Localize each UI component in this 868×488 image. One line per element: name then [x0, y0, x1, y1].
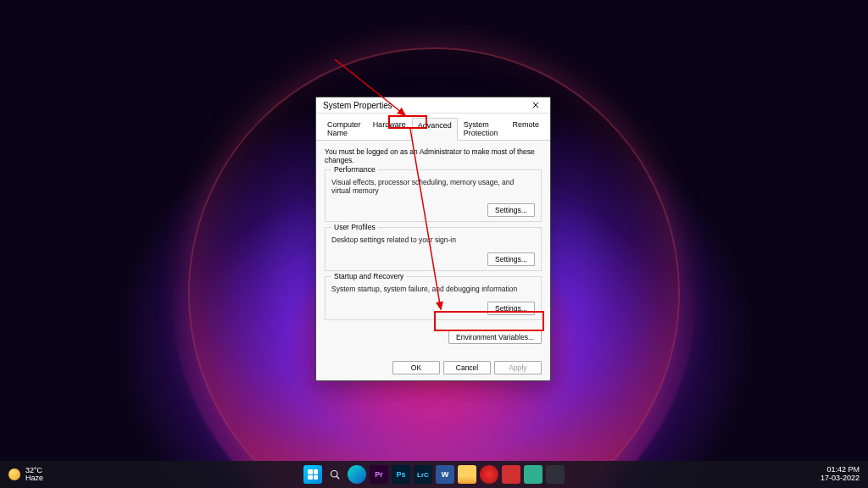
- svg-point-2: [331, 471, 338, 478]
- taskbar-app-explorer[interactable]: [458, 465, 476, 484]
- apply-button[interactable]: Apply: [494, 361, 542, 374]
- taskbar-weather[interactable]: 32°C Haze: [0, 467, 43, 483]
- ok-button[interactable]: OK: [392, 361, 440, 374]
- taskbar-app-word[interactable]: W: [436, 465, 454, 484]
- weather-cond: Haze: [25, 474, 43, 482]
- taskbar-app-premiere[interactable]: Pr: [370, 465, 388, 484]
- clock-date: 17-03-2022: [821, 474, 860, 483]
- taskbar-app-misc1[interactable]: [524, 465, 542, 484]
- taskbar-center: Pr Ps LrC W: [303, 465, 565, 484]
- tab-advanced[interactable]: Advanced: [412, 118, 458, 141]
- close-button[interactable]: [525, 97, 547, 113]
- tab-system-protection[interactable]: System Protection: [458, 117, 507, 140]
- group-user-profiles-desc: Desktop settings related to your sign-in: [331, 236, 535, 244]
- tab-hardware[interactable]: Hardware: [367, 117, 412, 140]
- tab-remote[interactable]: Remote: [506, 117, 545, 140]
- group-startup-recovery-desc: System startup, system failure, and debu…: [331, 285, 535, 293]
- taskbar[interactable]: 32°C Haze Pr Ps LrC W 01:42 PM 17-03-202…: [0, 461, 868, 488]
- profiles-settings-button[interactable]: Settings...: [487, 252, 535, 266]
- performance-settings-button[interactable]: Settings...: [487, 203, 535, 217]
- close-icon: [532, 102, 539, 108]
- taskbar-clock[interactable]: 01:42 PM 17-03-2022: [821, 466, 868, 483]
- environment-variables-button[interactable]: Environment Variables...: [448, 330, 542, 344]
- dialog-content: You must be logged on as an Administrato…: [316, 141, 550, 354]
- group-performance-desc: Visual effects, processor scheduling, me…: [331, 178, 535, 195]
- taskbar-app-misc2[interactable]: [546, 465, 565, 484]
- tab-computer-name[interactable]: Computer Name: [321, 117, 367, 140]
- search-button[interactable]: [326, 465, 344, 484]
- taskbar-app-media[interactable]: [480, 465, 498, 484]
- group-startup-recovery-title: Startup and Recovery: [331, 272, 406, 280]
- start-button[interactable]: [303, 465, 322, 484]
- group-performance: Performance Visual effects, processor sc…: [325, 169, 542, 222]
- dialog-title: System Properties: [323, 101, 392, 110]
- svg-line-3: [337, 476, 339, 479]
- taskbar-app-lightroom[interactable]: LrC: [414, 465, 432, 484]
- system-properties-dialog: System Properties Computer Name Hardware…: [315, 97, 551, 381]
- titlebar[interactable]: System Properties: [316, 97, 550, 114]
- group-user-profiles: User Profiles Desktop settings related t…: [325, 227, 542, 271]
- dialog-button-row: OK Cancel Apply: [316, 354, 550, 381]
- taskbar-app-snagit[interactable]: [502, 465, 520, 484]
- startup-settings-button[interactable]: Settings...: [487, 302, 535, 315]
- taskbar-app-edge[interactable]: [348, 465, 366, 484]
- tab-strip: Computer Name Hardware Advanced System P…: [316, 114, 550, 141]
- search-icon: [330, 469, 340, 480]
- group-startup-recovery: Startup and Recovery System startup, sys…: [325, 276, 542, 320]
- taskbar-app-photoshop[interactable]: Ps: [392, 465, 410, 484]
- weather-icon: [8, 469, 20, 480]
- group-performance-title: Performance: [331, 165, 378, 174]
- cancel-button[interactable]: Cancel: [443, 361, 491, 374]
- group-user-profiles-title: User Profiles: [331, 223, 378, 231]
- admin-instruction: You must be logged on as an Administrato…: [325, 147, 542, 164]
